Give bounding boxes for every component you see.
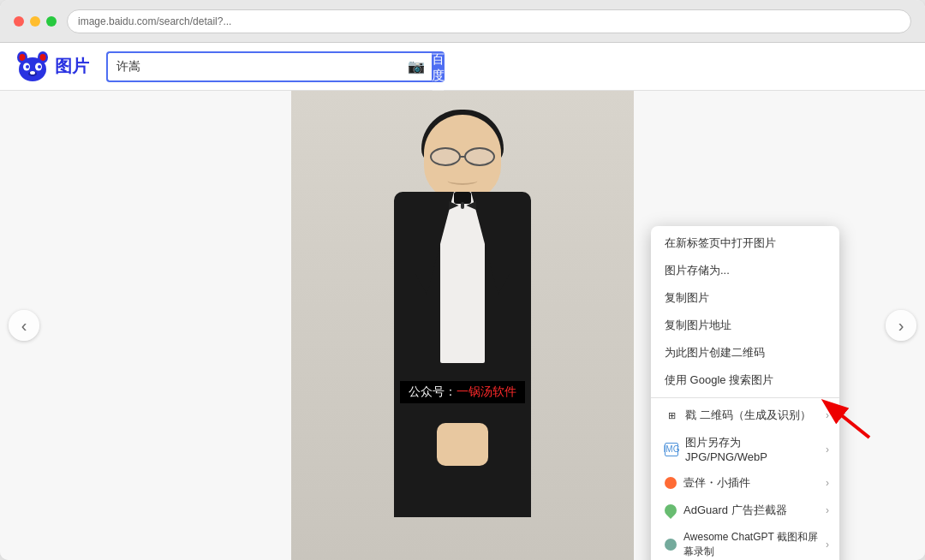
mouth [448,176,478,185]
jpg-icon: IMG [665,443,678,456]
svg-point-10 [30,71,35,74]
red-pointer-arrow [809,395,878,446]
adguard-icon [662,502,679,519]
menu-item-create-qr[interactable]: 为此图片创建二维码 [651,339,839,366]
maximize-button[interactable] [46,16,57,27]
suit-body [394,192,531,517]
photo-container: 公众号：一锅汤软件 [291,91,634,560]
menu-item-open-new-tab-label: 在新标签页中打开图片 [665,235,826,251]
browser-frame: image.baidu.com/search/detail?... [0,0,925,560]
menu-item-search-google-label: 使用 Google 搜索图片 [665,372,826,388]
menu-item-lingmo[interactable]: 壹伴・小插件 › [651,469,839,497]
menu-item-copy-image-label: 复制图片 [665,290,826,306]
baidu-header: 图片 许嵩 📷 百度一下 [0,43,925,91]
menu-item-create-qr-label: 为此图片创建二维码 [665,345,826,360]
head [424,115,501,200]
svg-point-7 [26,65,29,69]
lingmo-icon [665,477,677,489]
close-button[interactable] [14,16,24,27]
main-content: ‹ › [0,91,925,560]
menu-item-open-new-tab[interactable]: 在新标签页中打开图片 [651,229,839,257]
menu-item-save-image[interactable]: 图片存储为... [651,257,839,284]
menu-item-adguard[interactable]: AdGuard 广告拦截器 › [651,497,839,524]
right-chevron-icon: › [898,316,904,336]
search-input-container[interactable]: 许嵩 📷 [106,51,432,82]
menu-item-copy-image[interactable]: 复制图片 [651,284,839,312]
baidu-text: 图片 [55,55,89,78]
logo-container: 图片 [14,51,89,83]
qr-code-icon: ⊞ [665,408,678,422]
menu-item-copy-url[interactable]: 复制图片地址 [651,312,839,339]
watermark-red-text: 一锅汤软件 [457,384,516,398]
menu-item-lingmo-label: 壹伴・小插件 [683,475,826,491]
menu-item-save-image-label: 图片存储为... [665,263,826,278]
bow-tie [449,200,476,211]
svg-point-4 [19,57,46,81]
chatgpt-icon [665,539,677,551]
address-text: image.baidu.com/search/detail?... [78,15,231,27]
menu-item-copy-url-label: 复制图片地址 [665,318,826,333]
next-image-button[interactable]: › [886,310,916,341]
menu-item-jpg-label: 图片另存为 JPG/PNG/WebP [685,435,826,463]
watermark: 公众号：一锅汤软件 [400,381,525,403]
search-value: 许嵩 [116,59,423,74]
left-chevron-icon: ‹ [21,316,27,336]
search-button[interactable]: 百度一下 [432,51,445,82]
arrow-icon-lingmo: › [826,477,829,489]
menu-item-adguard-label: AdGuard 广告拦截器 [683,503,826,518]
traffic-lights [14,16,57,27]
watermark-text: 公众号： [409,384,457,398]
context-menu: 在新标签页中打开图片 图片存储为... 复制图片 复制图片地址 为此图片创建二维… [651,226,839,560]
arrow-icon-chatgpt: › [826,539,829,551]
browser-toolbar: image.baidu.com/search/detail?... [0,0,925,43]
menu-item-search-google[interactable]: 使用 Google 搜索图片 [651,366,839,394]
left-lens [430,147,461,166]
svg-point-8 [38,65,41,69]
baidu-logo-icon [14,51,51,83]
minimize-button[interactable] [30,16,40,27]
address-bar[interactable]: image.baidu.com/search/detail?... [67,9,911,33]
hands [437,423,488,466]
right-lens [464,147,495,166]
arrow-icon-adguard: › [826,504,829,516]
camera-icon[interactable]: 📷 [408,58,425,74]
svg-line-12 [827,403,869,438]
menu-item-qr-label: 戳 二维码（生成及识别） [685,408,826,423]
person-photo: 公众号：一锅汤软件 [291,91,634,560]
menu-item-chatgpt[interactable]: Awesome ChatGPT 截图和屏幕录制 › [651,524,839,560]
glasses [430,147,495,166]
prev-image-button[interactable]: ‹ [9,310,39,341]
search-form: 许嵩 📷 百度一下 [106,51,226,82]
menu-item-chatgpt-label: Awesome ChatGPT 截图和屏幕录制 [683,530,826,559]
